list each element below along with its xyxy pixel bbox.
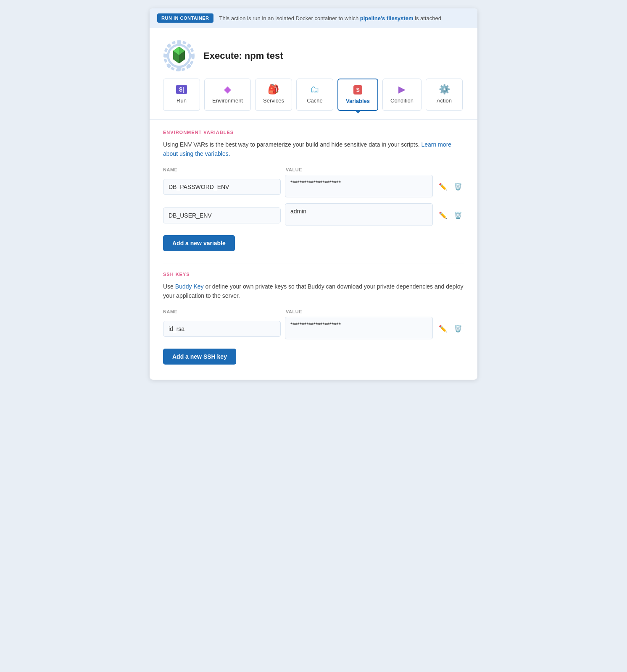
ssh-name-column-header: NAME xyxy=(163,309,281,314)
tab-cache[interactable]: 🗂 Cache xyxy=(296,79,333,111)
tab-variables-label: Variables xyxy=(346,98,370,104)
action-tab-icon: ⚙️ xyxy=(439,85,450,94)
variables-icon: $ xyxy=(353,85,363,94)
tab-environment[interactable]: ◆ Environment xyxy=(204,79,251,111)
env-vars-description: Using ENV VARs is the best way to parame… xyxy=(163,140,464,159)
buddy-key-link[interactable]: Buddy Key xyxy=(175,283,204,290)
env-var-value-1[interactable] xyxy=(285,175,433,199)
env-var-actions-2: ✏️ 🗑️ xyxy=(437,210,464,220)
name-column-header: NAME xyxy=(163,167,281,172)
env-var-name-input-1[interactable] xyxy=(163,179,281,195)
ssh-key-value-textarea-1[interactable] xyxy=(285,317,433,339)
pipeline-filesystem-link[interactable]: pipeline's filesystem xyxy=(360,15,414,21)
run-in-container-badge: RUN IN CONTAINER xyxy=(157,13,213,23)
tab-bar: $| Run ◆ Environment 🎒 Services 🗂 Cache … xyxy=(150,79,477,119)
action-icon xyxy=(163,40,195,72)
env-var-delete-button-2[interactable]: 🗑️ xyxy=(452,210,464,220)
ssh-key-name-1[interactable] xyxy=(163,321,281,337)
add-variable-button[interactable]: Add a new variable xyxy=(163,235,235,251)
cache-icon: 🗂 xyxy=(310,85,319,94)
page-title: Execute: npm test xyxy=(203,50,283,61)
ssh-key-edit-button-1[interactable]: ✏️ xyxy=(437,324,449,333)
env-var-value-textarea-2[interactable] xyxy=(285,203,433,226)
tab-services-label: Services xyxy=(263,97,284,104)
ssh-keys-description: Use Buddy Key or define your own private… xyxy=(163,282,464,301)
ssh-keys-section-label: SSH KEYS xyxy=(163,272,464,277)
svg-rect-5 xyxy=(190,54,194,58)
tab-condition[interactable]: ▶ Condition xyxy=(382,79,422,111)
svg-rect-3 xyxy=(177,67,181,71)
content-area: ENVIRONMENT VARIABLES Using ENV VARs is … xyxy=(150,119,477,380)
tab-action[interactable]: ⚙️ Action xyxy=(426,79,463,111)
env-var-value-2[interactable] xyxy=(285,203,433,228)
tab-cache-label: Cache xyxy=(307,97,323,104)
section-divider xyxy=(163,263,464,263)
condition-icon: ▶ xyxy=(398,85,406,94)
ssh-key-row-1: ✏️ 🗑️ xyxy=(163,317,464,341)
env-var-edit-button-1[interactable]: ✏️ xyxy=(437,182,449,192)
env-var-name-1[interactable] xyxy=(163,179,281,195)
value-column-header: VALUE xyxy=(286,167,464,172)
env-var-value-textarea-1[interactable] xyxy=(285,175,433,197)
tab-variables[interactable]: $ Variables xyxy=(337,79,378,111)
add-ssh-key-button[interactable]: Add a new SSH key xyxy=(163,349,236,365)
tab-condition-label: Condition xyxy=(390,97,414,104)
card-header: Execute: npm test xyxy=(150,28,477,79)
run-icon: $| xyxy=(176,85,187,94)
env-var-name-input-2[interactable] xyxy=(163,207,281,223)
env-vars-header: NAME VALUE xyxy=(163,167,464,172)
env-var-row-1: ✏️ 🗑️ xyxy=(163,175,464,199)
ssh-key-name-input-1[interactable] xyxy=(163,321,281,337)
svg-rect-4 xyxy=(164,54,168,58)
env-var-edit-button-2[interactable]: ✏️ xyxy=(437,210,449,220)
ssh-key-value-1[interactable] xyxy=(285,317,433,341)
environment-icon: ◆ xyxy=(224,85,231,94)
banner-description: This action is run in an isolated Docker… xyxy=(219,15,441,21)
ssh-key-delete-button-1[interactable]: 🗑️ xyxy=(452,324,464,333)
env-vars-section-label: ENVIRONMENT VARIABLES xyxy=(163,130,464,135)
svg-rect-2 xyxy=(177,41,181,45)
services-icon: 🎒 xyxy=(268,85,279,94)
ssh-key-actions-1: ✏️ 🗑️ xyxy=(437,324,464,333)
tab-run[interactable]: $| Run xyxy=(163,79,200,111)
banner: RUN IN CONTAINER This action is run in a… xyxy=(150,8,477,28)
main-card: RUN IN CONTAINER This action is run in a… xyxy=(150,8,477,380)
env-var-actions-1: ✏️ 🗑️ xyxy=(437,182,464,192)
env-var-row-2: ✏️ 🗑️ xyxy=(163,203,464,228)
tab-services[interactable]: 🎒 Services xyxy=(255,79,292,111)
tab-run-label: Run xyxy=(177,97,187,104)
env-var-name-2[interactable] xyxy=(163,207,281,223)
tab-environment-label: Environment xyxy=(212,97,243,104)
ssh-value-column-header: VALUE xyxy=(286,309,464,314)
ssh-keys-header: NAME VALUE xyxy=(163,309,464,314)
env-var-delete-button-1[interactable]: 🗑️ xyxy=(452,182,464,192)
tab-action-label: Action xyxy=(437,97,452,104)
